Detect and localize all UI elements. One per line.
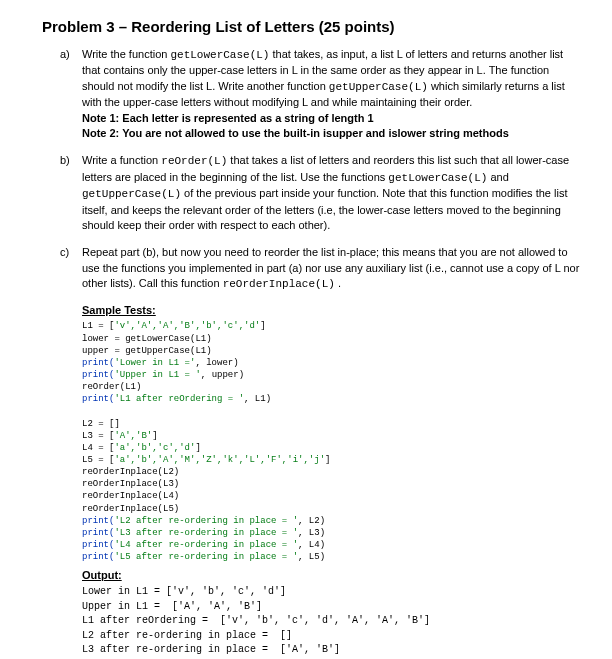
code-line: , L1) [244,394,271,404]
code-line: reOrderInplace(L5) [82,504,179,514]
code-string: 'L2 after re-ordering in place = ' [114,516,298,526]
output-line: L2 after re-ordering in place = [] [82,630,292,641]
code-func: print( [82,358,114,368]
text: . [335,277,341,289]
code-func: print( [82,552,114,562]
sample-code: L1 = ['v','A','A','B','b','c','d'] lower… [82,320,582,563]
page: Problem 3 – Reordering List of Letters (… [0,0,612,659]
part-c: c) Repeat part (b), but now you need to … [60,245,582,292]
code-line: ] [152,431,157,441]
code-inline: reOrderInplace(L) [223,278,335,290]
code-func: print( [82,528,114,538]
code-line: , L3) [298,528,325,538]
code-line: L5 = [ [82,455,114,465]
code-line: , upper) [201,370,244,380]
part-b: b) Write a function reOrder(L) that take… [60,153,582,233]
code-string: 'L4 after re-ordering in place = ' [114,540,298,550]
part-c-text: Repeat part (b), but now you need to reo… [82,246,579,289]
sample-tests-heading: Sample Tests: [82,304,582,316]
text: Write the function [82,48,170,60]
code-line: , lower) [195,358,238,368]
code-string: 'A','B' [114,431,152,441]
code-inline: getLowerCase(L) [170,49,269,61]
code-string: 'v','A','A','B','b','c','d' [114,321,260,331]
output-line: L3 after re-ordering in place = ['A', 'B… [82,644,340,655]
code-inline: getLowerCase(L) [388,172,487,184]
code-func: print( [82,540,114,550]
code-line: , L4) [298,540,325,550]
code-line: reOrderInplace(L3) [82,479,179,489]
code-line: reOrder(L1) [82,382,141,392]
code-line: ] [195,443,200,453]
note-1: Note 1: Each letter is represented as a … [82,111,582,126]
code-func: print( [82,394,114,404]
code-string: 'L3 after re-ordering in place = ' [114,528,298,538]
text: and [487,171,508,183]
code-func: print( [82,370,114,380]
code-string: 'L1 after reOrdering = ' [114,394,244,404]
code-inline: getUpperCase(L) [329,81,428,93]
part-c-label: c) [60,245,69,260]
part-a: a) Write the function getLowerCase(L) th… [60,47,582,141]
code-string: 'a','b','c','d' [114,443,195,453]
code-string: 'a','b','A','M','Z','k','L','F','i','j' [114,455,325,465]
code-inline: getUpperCase(L) [82,188,181,200]
part-b-text: Write a function reOrder(L) that takes a… [82,154,569,231]
code-string: 'Upper in L1 = ' [114,370,200,380]
code-inline: reOrder(L) [161,155,227,167]
note-2: Note 2: You are not allowed to use the b… [82,126,582,141]
part-b-label: b) [60,153,70,168]
code-line: L4 = [ [82,443,114,453]
output-block: Lower in L1 = ['v', 'b', 'c', 'd'] Upper… [82,585,582,659]
output-line: Lower in L1 = ['v', 'b', 'c', 'd'] [82,586,286,597]
code-string: 'L5 after re-ordering in place = ' [114,552,298,562]
code-line: L3 = [ [82,431,114,441]
code-line: , L5) [298,552,325,562]
problem-title: Problem 3 – Reordering List of Letters (… [42,18,582,35]
code-line: L1 = [ [82,321,114,331]
code-string: 'Lower in L1 =' [114,358,195,368]
output-line: L1 after reOrdering = ['v', 'b', 'c', 'd… [82,615,430,626]
code-line: lower = getLowerCase(L1) [82,334,212,344]
code-line: reOrderInplace(L2) [82,467,179,477]
output-line: Upper in L1 = ['A', 'A', 'B'] [82,601,262,612]
code-line: L2 = [] [82,419,120,429]
text: Write a function [82,154,161,166]
output-heading: Output: [82,569,582,581]
code-line: ] [260,321,265,331]
code-line: upper = getUpperCase(L1) [82,346,212,356]
part-a-text: Write the function getLowerCase(L) that … [82,48,565,108]
code-line: reOrderInplace(L4) [82,491,179,501]
code-line: , L2) [298,516,325,526]
code-func: print( [82,516,114,526]
part-a-label: a) [60,47,70,62]
code-line: ] [325,455,330,465]
